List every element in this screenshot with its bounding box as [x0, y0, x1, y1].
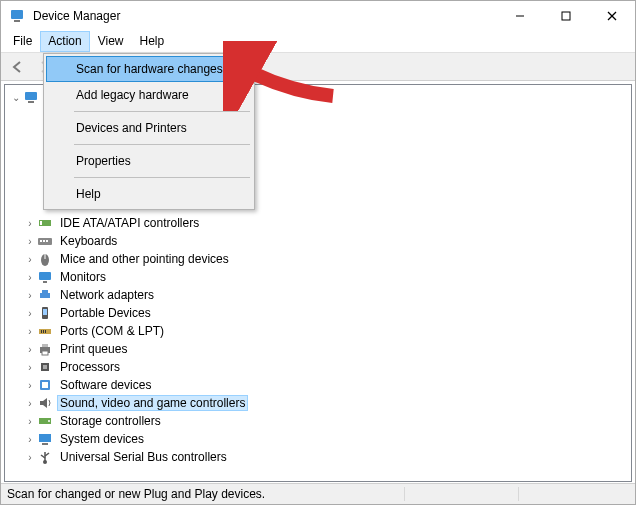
- svg-rect-16: [39, 272, 51, 280]
- expand-icon[interactable]: ›: [23, 254, 37, 265]
- tree-item[interactable]: › Print queues: [9, 340, 631, 358]
- tree-item-label: Processors: [57, 359, 123, 375]
- expand-icon[interactable]: ›: [23, 380, 37, 391]
- tree-item[interactable]: › Storage controllers: [9, 412, 631, 430]
- svg-point-34: [48, 420, 50, 422]
- svg-rect-35: [39, 434, 51, 442]
- tree-item[interactable]: › Portable Devices: [9, 304, 631, 322]
- expand-icon[interactable]: ›: [23, 290, 37, 301]
- expand-icon[interactable]: ›: [23, 416, 37, 427]
- menu-view[interactable]: View: [90, 31, 132, 52]
- speaker-icon: [37, 395, 53, 411]
- menu-separator: [74, 144, 250, 145]
- tree-item-label: Sound, video and game controllers: [57, 395, 248, 411]
- status-cell-empty: [519, 487, 629, 501]
- svg-rect-17: [43, 281, 47, 283]
- collapse-icon[interactable]: ⌄: [9, 92, 23, 103]
- svg-rect-12: [43, 240, 45, 242]
- tree-item[interactable]: › Monitors: [9, 268, 631, 286]
- storage-icon: [37, 413, 53, 429]
- tree-item-label: Universal Serial Bus controllers: [57, 449, 230, 465]
- status-text: Scan for changed or new Plug and Play de…: [7, 487, 265, 501]
- svg-rect-6: [25, 92, 37, 100]
- tree-item-label: System devices: [57, 431, 147, 447]
- svg-rect-21: [43, 309, 47, 315]
- menu-file[interactable]: File: [5, 31, 40, 52]
- expand-icon[interactable]: ›: [23, 272, 37, 283]
- app-icon: [9, 8, 25, 24]
- svg-rect-9: [40, 221, 42, 225]
- svg-rect-32: [42, 382, 48, 388]
- action-menu-dropdown: Scan for hardware changes Add legacy har…: [43, 53, 255, 210]
- svg-rect-1: [14, 20, 20, 22]
- menu-help-item[interactable]: Help: [46, 181, 252, 207]
- menu-add-legacy[interactable]: Add legacy hardware: [46, 82, 252, 108]
- menu-separator: [74, 111, 250, 112]
- cpu-icon: [37, 359, 53, 375]
- tree-item[interactable]: › Sound, video and game controllers: [9, 394, 631, 412]
- tree-item[interactable]: › IDE ATA/ATAPI controllers: [9, 214, 631, 232]
- expand-icon[interactable]: ›: [23, 218, 37, 229]
- tree-item[interactable]: › Processors: [9, 358, 631, 376]
- tree-item-label: Network adapters: [57, 287, 157, 303]
- printer-icon: [37, 341, 53, 357]
- status-cell-empty: [409, 487, 519, 501]
- menu-help[interactable]: Help: [132, 31, 173, 52]
- menu-separator: [74, 177, 250, 178]
- svg-rect-19: [42, 290, 48, 293]
- svg-rect-25: [45, 330, 46, 333]
- svg-rect-13: [46, 240, 48, 242]
- statusbar: Scan for changed or new Plug and Play de…: [1, 483, 635, 504]
- monitor-icon: [37, 269, 53, 285]
- expand-icon[interactable]: ›: [23, 362, 37, 373]
- tree-item[interactable]: › Software devices: [9, 376, 631, 394]
- tree-item[interactable]: › System devices: [9, 430, 631, 448]
- menu-devices-printers[interactable]: Devices and Printers: [46, 115, 252, 141]
- close-button[interactable]: [589, 1, 635, 31]
- controller-icon: [37, 215, 53, 231]
- tree-item[interactable]: › Universal Serial Bus controllers: [9, 448, 631, 466]
- svg-rect-23: [41, 330, 42, 333]
- svg-rect-7: [28, 101, 34, 103]
- svg-rect-3: [562, 12, 570, 20]
- expand-icon[interactable]: ›: [23, 398, 37, 409]
- expand-icon[interactable]: ›: [23, 452, 37, 463]
- tree-item-label: Ports (COM & LPT): [57, 323, 167, 339]
- maximize-button[interactable]: [543, 1, 589, 31]
- svg-rect-0: [11, 10, 23, 19]
- tree-item-label: Monitors: [57, 269, 109, 285]
- tree-item[interactable]: › Mice and other pointing devices: [9, 250, 631, 268]
- tree-item[interactable]: › Ports (COM & LPT): [9, 322, 631, 340]
- titlebar: Device Manager: [1, 1, 635, 31]
- tree-item-label: Keyboards: [57, 233, 120, 249]
- svg-rect-11: [40, 240, 42, 242]
- svg-rect-18: [40, 293, 50, 298]
- window-title: Device Manager: [31, 9, 497, 23]
- expand-icon[interactable]: ›: [23, 308, 37, 319]
- network-icon: [37, 287, 53, 303]
- computer-icon: [23, 89, 39, 105]
- expand-icon[interactable]: ›: [23, 344, 37, 355]
- tree-item-label: Software devices: [57, 377, 154, 393]
- menu-action[interactable]: Action: [40, 31, 89, 52]
- tree-item[interactable]: › Network adapters: [9, 286, 631, 304]
- tree-item-label: Storage controllers: [57, 413, 164, 429]
- svg-rect-36: [42, 443, 48, 445]
- window-controls: [497, 1, 635, 31]
- minimize-button[interactable]: [497, 1, 543, 31]
- menu-scan-hardware[interactable]: Scan for hardware changes: [46, 56, 252, 82]
- tree-item-label: Mice and other pointing devices: [57, 251, 232, 267]
- keyboard-icon: [37, 233, 53, 249]
- tree-item-label: IDE ATA/ATAPI controllers: [57, 215, 202, 231]
- expand-icon[interactable]: ›: [23, 236, 37, 247]
- software-icon: [37, 377, 53, 393]
- expand-icon[interactable]: ›: [23, 326, 37, 337]
- portable-icon: [37, 305, 53, 321]
- tree-item[interactable]: › Keyboards: [9, 232, 631, 250]
- menubar: File Action View Help: [1, 31, 635, 53]
- usb-icon: [37, 449, 53, 465]
- menu-properties[interactable]: Properties: [46, 148, 252, 174]
- back-button[interactable]: [7, 56, 29, 78]
- svg-rect-27: [42, 344, 48, 347]
- expand-icon[interactable]: ›: [23, 434, 37, 445]
